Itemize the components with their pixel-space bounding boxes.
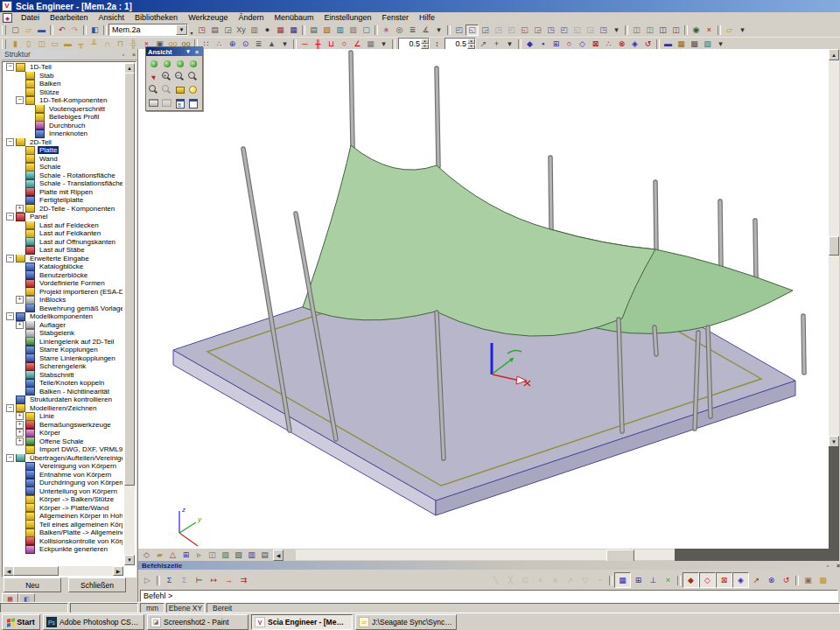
tree-item[interactable]: Schale - Rotationsfläche xyxy=(4,172,122,180)
render-settings-button[interactable]: ▨ xyxy=(219,550,232,561)
tree-item[interactable]: Last auf Öffnungskanten xyxy=(4,238,122,247)
tree-item[interactable]: Körper -> Platte/Wand xyxy=(4,504,122,513)
tree-item[interactable]: Stabgelenk xyxy=(4,329,122,338)
tree-item[interactable]: Platte mit Rippen xyxy=(4,188,122,197)
struktur-caption[interactable]: Struktur ▫ × xyxy=(2,49,138,60)
node-snap-8-button[interactable]: ⊗ xyxy=(615,38,628,50)
teamwork-button[interactable]: ◳ xyxy=(195,24,208,36)
rotate-x-button[interactable] xyxy=(160,57,173,70)
view-parameters-button[interactable]: ▤ xyxy=(258,550,271,561)
tree-item[interactable]: Stütze xyxy=(4,88,122,97)
view-preset-2-button[interactable]: ◱ xyxy=(466,24,479,36)
window-new-button[interactable]: ◫ xyxy=(669,24,682,36)
rotate-y-button[interactable] xyxy=(173,57,186,70)
expand-box-icon[interactable]: + xyxy=(16,205,24,213)
node-snap-1-button[interactable]: ◆ xyxy=(523,38,536,50)
neu-button[interactable]: Neu xyxy=(4,578,61,592)
view-preset-10-button[interactable]: ◱ xyxy=(570,24,584,36)
expand-box-icon[interactable]: + xyxy=(16,321,24,329)
expand-box-icon[interactable]: + xyxy=(16,296,24,304)
schliessen-button[interactable]: Schließen xyxy=(68,578,126,592)
tree-item[interactable]: Schale - Translationsfläche xyxy=(4,179,122,188)
tree-item[interactable]: +2D-Teile - Komponenten xyxy=(4,205,122,214)
rotate-free-button[interactable] xyxy=(147,57,160,70)
tree-item[interactable]: Projekt importieren (ESA-Datei) xyxy=(4,288,122,297)
tree-item[interactable]: Balken/Platte -> Allgemeiner Kör xyxy=(4,528,122,537)
toolbar-grip[interactable] xyxy=(2,39,6,49)
tree-hscroll-thumb[interactable] xyxy=(13,566,59,576)
snap-surface-button[interactable]: ▩ xyxy=(816,573,830,587)
snap-edge-button[interactable]: ▣ xyxy=(801,573,816,587)
tree-item[interactable]: Scherengelenk xyxy=(4,362,122,371)
menu-hilfe[interactable]: Hilfe xyxy=(414,12,440,23)
node-ref-button[interactable]: ⊙ xyxy=(239,38,252,50)
clipping-box-button[interactable] xyxy=(173,83,186,96)
project-window-button[interactable]: ◧ xyxy=(88,24,102,36)
ansicht-caption[interactable]: Ansicht ▾ × xyxy=(146,47,202,56)
rotate-z-button[interactable] xyxy=(186,57,200,70)
tree-item[interactable]: Schale xyxy=(4,163,122,172)
structure-beam-button[interactable]: ▭ xyxy=(48,38,61,50)
pointer-mode-button[interactable] xyxy=(147,70,160,83)
node-snap-5-button[interactable]: ◇ xyxy=(576,38,589,50)
snap-line-3-button[interactable]: G xyxy=(518,573,533,587)
structure-column-2-button[interactable]: ▯ xyxy=(22,38,35,50)
snap-line-1-button[interactable]: ╲ xyxy=(488,573,503,587)
tree-item[interactable]: Starre Kopplungen xyxy=(4,346,122,354)
view-preset-4-button[interactable]: ◳ xyxy=(492,24,505,36)
tree-item[interactable]: Unterteilung von Körpern xyxy=(4,487,122,496)
viewport-horizontal-scrollbar[interactable] xyxy=(296,550,675,560)
menu-werkzeuge[interactable]: Werkzeuge xyxy=(183,12,233,23)
clip-view-button[interactable]: ◫ xyxy=(206,550,219,561)
tree-item[interactable]: +InBlocks xyxy=(4,296,122,304)
snap-line-6-button[interactable]: ↗ xyxy=(563,573,578,587)
tree-item[interactable]: −Erweiterte Eingabe xyxy=(4,255,122,263)
dimension-tool-button[interactable]: ∡ xyxy=(419,24,432,36)
view-preset-5-button[interactable]: ◰ xyxy=(505,24,518,36)
pin-icon[interactable]: ▫ xyxy=(119,51,128,59)
tree-item[interactable]: −1D-Teil-Komponenten xyxy=(4,96,122,105)
snap-center-button[interactable]: ⊗ xyxy=(764,573,779,587)
tree-item[interactable]: Durchbruch xyxy=(4,122,122,130)
tree-item[interactable]: Liniengelenk auf 2D-Teil xyxy=(4,338,122,346)
struktur-tree[interactable]: −1D-TeilStabBalkenStütze−1D-Teil-Kompone… xyxy=(4,63,122,555)
expand-box-icon[interactable]: − xyxy=(6,63,14,71)
draw-polyline-button[interactable]: ⊔ xyxy=(325,38,338,50)
viewport-vscroll-thumb[interactable] xyxy=(829,236,839,256)
node-snap-4-button[interactable]: ○ xyxy=(563,38,576,50)
tree-item[interactable]: +Auflager xyxy=(4,321,122,330)
tree-item[interactable]: Katalogblöcke xyxy=(4,262,122,271)
draw-grid-button[interactable]: ▦ xyxy=(364,38,377,50)
command-input[interactable]: Befehl > xyxy=(140,590,838,602)
paperspace-gallery-button[interactable]: ▥ xyxy=(333,24,346,36)
tree-item[interactable]: Balken - Nichtlinearität xyxy=(4,388,122,396)
tree-item[interactable]: Last auf Stäbe xyxy=(4,246,122,255)
numbering-2-button[interactable]: ▨ xyxy=(701,38,714,50)
snap-line-2-button[interactable]: ╳ xyxy=(503,573,518,587)
slope-tool-button[interactable]: ↗ xyxy=(477,38,490,50)
structure-beam-2-button[interactable]: ▬ xyxy=(61,38,74,50)
tree-item[interactable]: Fertigteilplatte xyxy=(4,196,122,205)
expand-box-icon[interactable]: − xyxy=(6,255,14,262)
expand-box-icon[interactable]: + xyxy=(16,438,24,445)
tree-item[interactable]: Teile/Knoten koppeln xyxy=(4,379,122,388)
tree-vertical-scrollbar[interactable]: ▲ ▼ xyxy=(124,63,135,565)
draw-line-button[interactable]: ─ xyxy=(298,38,312,50)
open-project-button[interactable]: ▱ xyxy=(22,24,35,36)
menu-bearbeiten[interactable]: Bearbeiten xyxy=(45,12,94,23)
viewport-vertical-scrollbar[interactable]: ▲ ▼ xyxy=(829,49,839,549)
structure-more-button[interactable]: ▾ xyxy=(278,38,291,50)
title-bar[interactable]: V Scia Engineer - [Mem.2a : 1] xyxy=(0,0,840,12)
light-settings-button[interactable] xyxy=(186,83,200,96)
snap-ortho-button[interactable]: ⊥ xyxy=(646,573,661,587)
tree-item[interactable]: Last auf Feldkanten xyxy=(4,229,122,238)
expand-box-icon[interactable]: − xyxy=(6,404,14,412)
snap-grid-button[interactable]: ▦ xyxy=(614,572,631,588)
tree-item[interactable]: Vordefinierte Formen xyxy=(4,279,122,288)
view-preset-12-button[interactable]: ◳ xyxy=(597,24,610,36)
tree-item[interactable]: Beliebiges Profil xyxy=(4,113,122,122)
render-button[interactable]: ● xyxy=(261,24,274,36)
pin-icon[interactable]: ▫ xyxy=(823,562,832,570)
snap-perpendicular-button[interactable]: ◈ xyxy=(732,572,749,588)
start-button[interactable]: Start xyxy=(2,614,40,630)
